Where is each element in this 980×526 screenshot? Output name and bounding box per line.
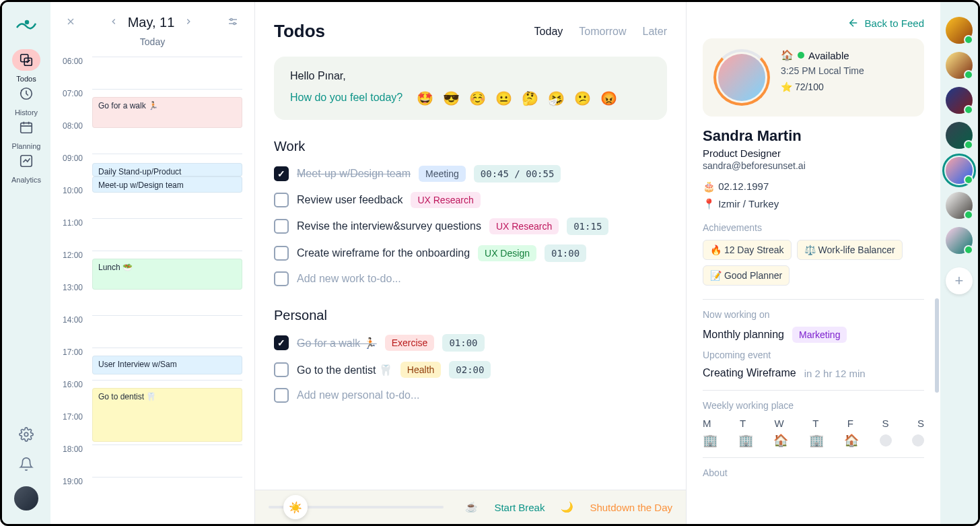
mood-emoji[interactable]: 😎: [443, 90, 460, 106]
hour-label: 12:00: [63, 251, 92, 260]
shutdown-button[interactable]: Shutdown the Day: [590, 502, 672, 513]
workplace-icon: 🏢: [809, 433, 824, 448]
todo-tag: UX Design: [478, 245, 536, 261]
weekday-label: M: [703, 418, 711, 429]
now-working-label: Now working on: [703, 309, 924, 320]
todo-text[interactable]: Meet-up w/Design team: [297, 168, 411, 180]
planning-icon: [12, 117, 40, 138]
todo-tag: Health: [400, 362, 441, 378]
calendar-event[interactable]: Daily Stand-up/Product: [92, 163, 242, 176]
mood-emoji[interactable]: 🤧: [548, 90, 565, 106]
settings-icon[interactable]: [19, 427, 34, 445]
nav-planning[interactable]: Planning: [11, 117, 41, 150]
profile-location: 📍 Izmir / Turkey: [703, 198, 924, 210]
mood-emoji[interactable]: 🤩: [417, 90, 433, 106]
personal-section-title: Personal: [274, 308, 667, 323]
nav-analytics[interactable]: Analytics: [11, 150, 41, 184]
close-icon[interactable]: [63, 13, 79, 32]
nav-todos[interactable]: Todos: [11, 49, 41, 83]
tab-later[interactable]: Later: [643, 26, 667, 38]
nav-history[interactable]: History: [11, 83, 41, 117]
sun-icon: ☀️: [283, 495, 308, 519]
calendar-event[interactable]: Meet-up w/Design team: [92, 176, 242, 193]
todo-time: 01:00: [442, 334, 484, 352]
todo-item: Review user feedbackUX Research: [274, 192, 667, 208]
tab-today[interactable]: Today: [534, 26, 563, 38]
team-avatar[interactable]: [946, 17, 973, 44]
achievement-badge: 📝 Good Planner: [703, 265, 790, 286]
todo-text[interactable]: Go to the dentist 🦷: [297, 364, 392, 376]
todo-time: 00:45 / 00:55: [474, 165, 561, 183]
mood-emoji[interactable]: 😡: [600, 90, 617, 106]
checkbox[interactable]: [274, 193, 289, 207]
profile-avatar: [713, 49, 770, 106]
chevron-left-icon[interactable]: [106, 14, 121, 31]
day-progress-slider[interactable]: ☀️: [269, 506, 444, 508]
tab-tomorrow[interactable]: Tomorrow: [579, 26, 626, 38]
add-todo-input[interactable]: Add new work to-do...: [297, 273, 401, 285]
team-avatar[interactable]: [946, 192, 973, 219]
add-team-button[interactable]: +: [946, 267, 973, 294]
profile-email: sandra@beforesunset.ai: [703, 160, 924, 171]
checkbox[interactable]: [274, 166, 289, 181]
checkbox[interactable]: [274, 362, 289, 377]
svg-rect-4: [21, 123, 32, 133]
hour-label: 09:00: [63, 154, 92, 163]
mood-emoji[interactable]: ☺️: [469, 90, 486, 106]
hour-label: 19:00: [63, 477, 92, 486]
status-text: Available: [808, 50, 849, 61]
mood-emoji[interactable]: 😕: [574, 90, 591, 106]
today-label[interactable]: Today: [63, 36, 242, 47]
mood-emoji[interactable]: 🤔: [522, 90, 538, 106]
team-avatar[interactable]: [946, 87, 973, 114]
checkbox[interactable]: [274, 335, 289, 350]
chevron-right-icon[interactable]: [181, 14, 196, 31]
now-tag: Marketing: [792, 327, 847, 343]
workplace-empty: [880, 434, 892, 447]
todo-text[interactable]: Create wireframe for the onboarding: [297, 247, 470, 259]
team-avatar[interactable]: [946, 157, 973, 184]
calendar-event[interactable]: Go to dentist 🦷: [92, 388, 242, 442]
todo-text[interactable]: Revise the interview&survey questions: [297, 220, 481, 232]
checkbox[interactable]: [274, 219, 289, 234]
score: ⭐ 72/100: [781, 81, 864, 92]
user-avatar[interactable]: [14, 486, 38, 511]
greeting-hello: Hello Pınar,: [290, 70, 651, 82]
start-break-button[interactable]: Start Break: [494, 502, 545, 513]
team-avatar[interactable]: [946, 227, 973, 254]
hour-label: 06:00: [63, 57, 92, 66]
workplace-icon: 🏢: [703, 433, 718, 448]
calendar-event[interactable]: Go for a walk 🏃🏻: [92, 97, 242, 128]
add-checkbox[interactable]: [274, 271, 289, 286]
todo-text[interactable]: Go for a walk 🏃🏻: [297, 337, 377, 350]
filter-icon[interactable]: [223, 13, 242, 32]
calendar-event[interactable]: User Interview w/Sam: [92, 356, 242, 374]
add-todo-input[interactable]: Add new personal to-do...: [297, 389, 419, 401]
app-logo: [15, 15, 37, 37]
bell-icon[interactable]: [19, 457, 34, 474]
moon-icon: 🌙: [561, 501, 573, 513]
hour-label: 10:00: [63, 186, 92, 195]
hour-label: 18:00: [63, 445, 92, 454]
workplace-empty: [912, 434, 924, 447]
weekday-label: S: [917, 418, 924, 429]
upcoming-label: Upcoming event: [703, 350, 924, 360]
todo-text[interactable]: Review user feedback: [297, 194, 403, 206]
hour-label: 17:00: [63, 412, 92, 422]
svg-point-12: [230, 19, 232, 21]
upcoming-time: in 2 hr 12 min: [804, 368, 866, 379]
todo-time: 01:15: [567, 218, 608, 235]
team-avatar[interactable]: [946, 52, 973, 79]
hour-label: 07:00: [63, 89, 92, 98]
profile-birthday: 🎂 02.12.1997: [703, 180, 924, 193]
checkbox[interactable]: [274, 246, 289, 261]
scrollbar[interactable]: [935, 298, 939, 393]
workplace-icon: 🏠: [773, 433, 788, 448]
calendar-event[interactable]: Lunch 🥗: [92, 259, 242, 290]
mood-emoji[interactable]: 😐: [495, 90, 512, 106]
achievement-badge: 🔥 12 Day Streak: [703, 240, 792, 260]
team-avatar[interactable]: [946, 122, 973, 149]
achievement-badge: ⚖️ Work-life Balancer: [797, 240, 903, 260]
back-to-feed-button[interactable]: Back to Feed: [703, 17, 924, 29]
add-checkbox[interactable]: [274, 388, 289, 403]
